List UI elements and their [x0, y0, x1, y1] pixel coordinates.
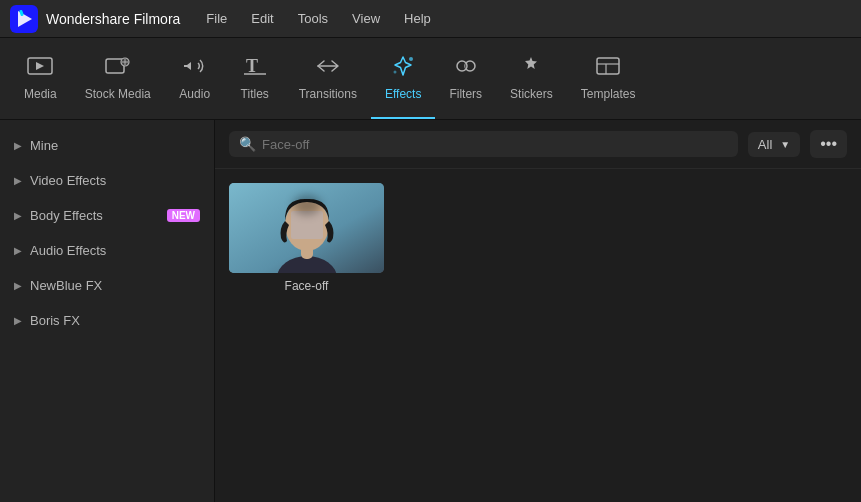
search-bar: 🔍 All ▼ ••• — [215, 120, 861, 169]
toolbar-transitions[interactable]: Transitions — [285, 38, 371, 119]
stickers-label: Stickers — [510, 87, 553, 101]
sidebar-mine-label: Mine — [30, 138, 200, 153]
main-area: ▶ Mine ▶ Video Effects ▶ Body Effects NE… — [0, 120, 861, 502]
more-icon: ••• — [820, 135, 837, 153]
sidebar: ▶ Mine ▶ Video Effects ▶ Body Effects NE… — [0, 120, 215, 502]
filters-label: Filters — [449, 87, 482, 101]
sidebar-item-newblue-fx[interactable]: ▶ NewBlue FX — [0, 268, 214, 303]
media-icon — [26, 54, 54, 82]
sidebar-boris-label: Boris FX — [30, 313, 200, 328]
templates-icon — [594, 54, 622, 82]
chevron-right-icon-2: ▶ — [14, 175, 22, 186]
sidebar-newblue-label: NewBlue FX — [30, 278, 200, 293]
effect-name-face-off: Face-off — [285, 279, 329, 293]
menu-file[interactable]: File — [196, 7, 237, 30]
effect-card-face-off[interactable]: Face-off — [229, 183, 384, 293]
menu-edit[interactable]: Edit — [241, 7, 283, 30]
chevron-right-icon-5: ▶ — [14, 280, 22, 291]
toolbar-stock-media[interactable]: Stock Media — [71, 38, 165, 119]
toolbar-templates[interactable]: Templates — [567, 38, 650, 119]
menu-tools[interactable]: Tools — [288, 7, 338, 30]
chevron-down-icon: ▼ — [780, 139, 790, 150]
templates-label: Templates — [581, 87, 636, 101]
chevron-right-icon-4: ▶ — [14, 245, 22, 256]
chevron-right-icon-6: ▶ — [14, 315, 22, 326]
svg-rect-19 — [291, 211, 323, 239]
effects-grid: Face-off — [215, 169, 861, 502]
toolbar-effects[interactable]: Effects — [371, 38, 435, 119]
search-input[interactable] — [262, 137, 728, 152]
menu-help[interactable]: Help — [394, 7, 441, 30]
media-label: Media — [24, 87, 57, 101]
transitions-label: Transitions — [299, 87, 357, 101]
audio-label: Audio — [179, 87, 210, 101]
search-input-wrapper[interactable]: 🔍 — [229, 131, 738, 157]
toolbar-stickers[interactable]: Stickers — [496, 38, 567, 119]
titles-label: Titles — [241, 87, 269, 101]
filter-label: All — [758, 137, 772, 152]
transitions-icon — [314, 54, 342, 82]
sidebar-item-mine[interactable]: ▶ Mine — [0, 128, 214, 163]
effects-icon — [389, 54, 417, 82]
chevron-right-icon: ▶ — [14, 140, 22, 151]
sidebar-item-body-effects[interactable]: ▶ Body Effects NEW — [0, 198, 214, 233]
sidebar-video-effects-label: Video Effects — [30, 173, 200, 188]
stock-media-label: Stock Media — [85, 87, 151, 101]
effect-thumbnail-face-off — [229, 183, 384, 273]
toolbar: Media Stock Media Audio T T — [0, 38, 861, 120]
search-icon: 🔍 — [239, 136, 256, 152]
filters-icon — [452, 54, 480, 82]
face-off-image — [229, 183, 384, 273]
app-name: Wondershare Filmora — [46, 11, 180, 27]
sidebar-body-effects-label: Body Effects — [30, 208, 159, 223]
sidebar-item-video-effects[interactable]: ▶ Video Effects — [0, 163, 214, 198]
audio-icon — [181, 54, 209, 82]
filter-dropdown[interactable]: All ▼ — [748, 132, 800, 157]
svg-rect-12 — [597, 58, 619, 74]
chevron-right-icon-3: ▶ — [14, 210, 22, 221]
titles-icon: T — [241, 54, 269, 82]
toolbar-media[interactable]: Media — [10, 38, 71, 119]
toolbar-filters[interactable]: Filters — [435, 38, 496, 119]
effects-label: Effects — [385, 87, 421, 101]
svg-text:T: T — [246, 56, 258, 76]
svg-point-9 — [394, 71, 397, 74]
stickers-icon — [517, 54, 545, 82]
menu-bar: Wondershare Filmora File Edit Tools View… — [0, 0, 861, 38]
app-logo-icon — [10, 5, 38, 33]
svg-point-8 — [409, 57, 413, 61]
menu-view[interactable]: View — [342, 7, 390, 30]
toolbar-titles[interactable]: T Titles — [225, 38, 285, 119]
new-badge: NEW — [167, 209, 200, 222]
stock-media-icon — [104, 54, 132, 82]
toolbar-audio[interactable]: Audio — [165, 38, 225, 119]
content-area: 🔍 All ▼ ••• — [215, 120, 861, 502]
app-logo: Wondershare Filmora — [10, 5, 180, 33]
sidebar-item-audio-effects[interactable]: ▶ Audio Effects — [0, 233, 214, 268]
sidebar-item-boris-fx[interactable]: ▶ Boris FX — [0, 303, 214, 338]
sidebar-audio-effects-label: Audio Effects — [30, 243, 200, 258]
more-options-button[interactable]: ••• — [810, 130, 847, 158]
